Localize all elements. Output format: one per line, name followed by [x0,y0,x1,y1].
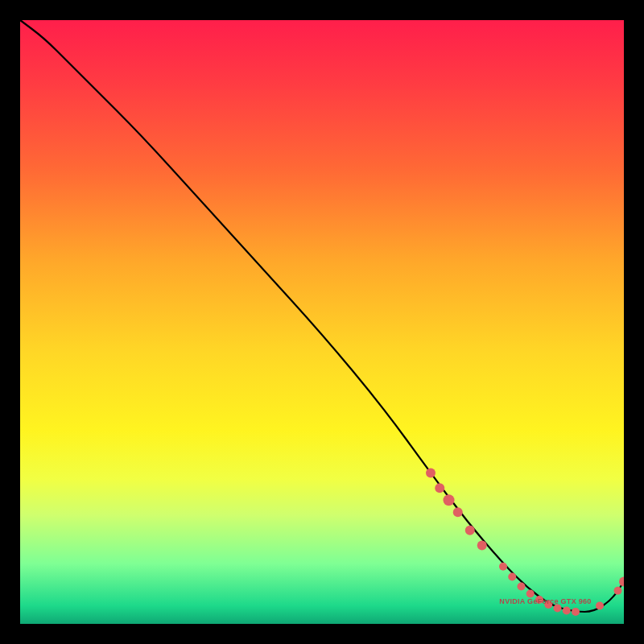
data-marker [614,587,622,595]
frame-left [0,0,20,644]
data-marker [508,573,516,581]
data-marker [453,507,463,517]
data-markers [426,469,629,617]
data-marker [554,605,562,613]
data-marker [572,608,580,616]
data-marker [563,607,571,615]
chart-stage: TheBottleneck.com NVIDIA GeForce GTX 960 [0,0,644,644]
data-marker [426,469,436,478]
data-marker [477,541,487,551]
data-marker [435,483,444,493]
data-marker [518,583,526,591]
data-marker [465,526,475,535]
frame-top [0,0,644,20]
chart-svg: NVIDIA GeForce GTX 960 [20,20,624,624]
bottleneck-curve [20,20,624,612]
plot-area: NVIDIA GeForce GTX 960 [20,20,624,624]
frame-right [624,0,644,644]
frame-bottom [0,624,644,644]
data-marker [499,563,507,571]
annotation-label: NVIDIA GeForce GTX 960 [499,597,591,605]
data-marker [444,494,455,506]
data-marker [596,602,604,610]
